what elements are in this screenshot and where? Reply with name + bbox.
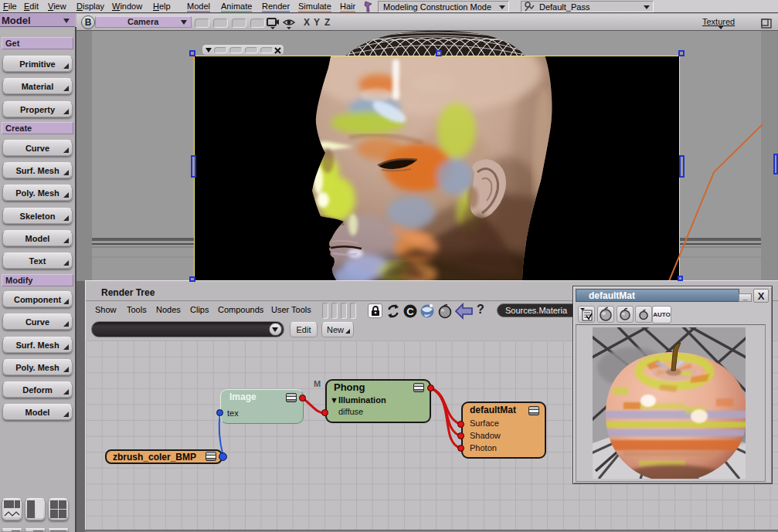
svg-text:C: C	[406, 306, 414, 317]
